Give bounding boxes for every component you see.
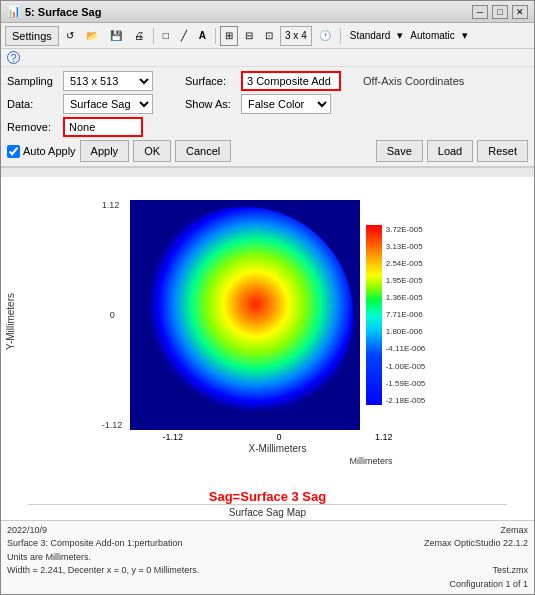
- chart-area: Y-Millimeters 1.12 0 -1.12: [1, 177, 534, 520]
- copy-button[interactable]: ⊡: [260, 26, 278, 46]
- automatic-dropdown[interactable]: Automatic: [405, 26, 459, 46]
- restore-button[interactable]: □: [492, 5, 508, 19]
- plot-area: 1.12 0 -1.12: [130, 200, 360, 430]
- surface-label: Surface:: [185, 75, 235, 87]
- cb-val-3: 1.95E-005: [386, 276, 426, 285]
- close-button[interactable]: ✕: [512, 5, 528, 19]
- help-icon[interactable]: ?: [7, 51, 20, 64]
- colorbar-unit: Millimeters: [163, 456, 393, 466]
- auto-apply-checkbox[interactable]: [7, 145, 20, 158]
- settings-button[interactable]: Settings: [5, 26, 59, 46]
- y-tick-bot: -1.12: [102, 420, 123, 430]
- cb-val-7: -4.11E-006: [386, 344, 426, 353]
- surface-value[interactable]: 3 Composite Add: [241, 71, 341, 91]
- cb-val-10: -2.18E-005: [386, 396, 426, 405]
- horizontal-scrollbar[interactable]: [1, 167, 534, 177]
- buttons-row: Auto Apply Apply OK Cancel Save Load Res…: [7, 140, 528, 162]
- footer-right5: Configuration 1 of 1: [424, 578, 528, 592]
- info-footer: 2022/10/9 Surface 3: Composite Add-on 1:…: [1, 520, 534, 595]
- off-axis-label: Off-Axis Coordinates: [363, 75, 464, 87]
- separator-1: [153, 28, 154, 44]
- footer-line3: Units are Millimeters.: [7, 551, 414, 565]
- minimize-button[interactable]: ─: [472, 5, 488, 19]
- separator-3: [340, 28, 341, 44]
- export-button[interactable]: ⊟: [240, 26, 258, 46]
- map-title: Surface Sag Map: [28, 504, 508, 518]
- plot-svg: [130, 200, 360, 430]
- cb-val-1: 3.13E-005: [386, 242, 426, 251]
- info-left: 2022/10/9 Surface 3: Composite Add-on 1:…: [7, 524, 414, 592]
- cb-val-4: 1.36E-005: [386, 293, 426, 302]
- auto-apply-label: Auto Apply: [7, 145, 76, 158]
- rect-tool[interactable]: □: [158, 26, 174, 46]
- text-tool[interactable]: A: [194, 26, 211, 46]
- reset-button[interactable]: Reset: [477, 140, 528, 162]
- load-button[interactable]: Load: [427, 140, 473, 162]
- row-remove: Remove: None: [7, 117, 528, 137]
- colorbar-gradient: [366, 225, 382, 405]
- footer-right1: Zemax: [424, 524, 528, 538]
- row-data: Data: Surface Sag Show As: False Color: [7, 94, 528, 114]
- sampling-label: Sampling: [7, 75, 57, 87]
- grid-size-button[interactable]: 3 x 4: [280, 26, 312, 46]
- save-toolbar-button[interactable]: 💾: [105, 26, 127, 46]
- line-tool[interactable]: ╱: [176, 26, 192, 46]
- x-tick-right: 1.12: [375, 432, 393, 442]
- title-bar-left: 📊 5: Surface Sag: [7, 5, 101, 18]
- cancel-button[interactable]: Cancel: [175, 140, 231, 162]
- cb-val-0: 3.72E-005: [386, 225, 426, 234]
- ok-button[interactable]: OK: [133, 140, 171, 162]
- svg-point-2: [137, 207, 353, 423]
- clock-button[interactable]: 🕐: [314, 26, 336, 46]
- y-tick-top: 1.12: [102, 200, 120, 210]
- y-axis-label: Y-Millimeters: [5, 293, 16, 350]
- colorbar-container: 3.72E-005 3.13E-005 2.54E-005 1.95E-005 …: [366, 225, 426, 405]
- refresh-button[interactable]: ↺: [61, 26, 79, 46]
- y-tick-mid: 0: [110, 310, 115, 320]
- info-right: Zemax Zemax OpticStudio 22.1.2 Test.zmx …: [424, 524, 528, 592]
- footer-line1: 2022/10/9: [7, 524, 414, 538]
- chart-inner: 1.12 0 -1.12: [130, 200, 426, 466]
- x-tick-left: -1.12: [163, 432, 184, 442]
- chart-container: Y-Millimeters 1.12 0 -1.12: [1, 181, 534, 485]
- row-sampling: Sampling 513 x 513 Surface: 3 Composite …: [7, 71, 528, 91]
- dropdown-arrow-auto: ▾: [462, 29, 468, 42]
- remove-label: Remove:: [7, 121, 57, 133]
- grid-view-button[interactable]: ⊞: [220, 26, 238, 46]
- cb-val-9: -1.59E-005: [386, 379, 426, 388]
- title-bar-right: ─ □ ✕: [472, 5, 528, 19]
- separator-2: [215, 28, 216, 44]
- sag-title: Sag=Surface 3 Sag: [209, 489, 326, 504]
- x-ticks-row: -1.12 0 1.12: [163, 432, 393, 442]
- window-icon: 📊: [7, 5, 21, 18]
- toolbar: Settings ↺ 📂 💾 🖨 □ ╱ A ⊞ ⊟ ⊡ 3 x 4 🕐 Sta…: [1, 23, 534, 49]
- right-buttons: Save Load Reset: [376, 140, 528, 162]
- show-as-label: Show As:: [185, 98, 235, 110]
- save-button[interactable]: Save: [376, 140, 423, 162]
- cb-val-2: 2.54E-005: [386, 259, 426, 268]
- footer-right2: Zemax OpticStudio 22.1.2: [424, 537, 528, 551]
- apply-button[interactable]: Apply: [80, 140, 130, 162]
- colorbar-labels: 3.72E-005 3.13E-005 2.54E-005 1.95E-005 …: [386, 225, 426, 405]
- remove-value[interactable]: None: [63, 117, 143, 137]
- footer-right3: [424, 551, 528, 565]
- standard-dropdown[interactable]: Standard: [345, 26, 396, 46]
- sampling-select[interactable]: 513 x 513: [63, 71, 153, 91]
- cb-val-6: 1.80E-006: [386, 327, 426, 336]
- x-tick-mid: 0: [276, 432, 281, 442]
- open-button[interactable]: 📂: [81, 26, 103, 46]
- help-row: ?: [1, 49, 534, 67]
- data-label: Data:: [7, 98, 57, 110]
- x-axis-label: X-Millimeters: [249, 443, 307, 454]
- title-bar: 📊 5: Surface Sag ─ □ ✕: [1, 1, 534, 23]
- controls-area: Sampling 513 x 513 Surface: 3 Composite …: [1, 67, 534, 167]
- dropdown-arrow-standard: ▾: [397, 29, 403, 42]
- data-select[interactable]: Surface Sag: [63, 94, 153, 114]
- print-button[interactable]: 🖨: [129, 26, 149, 46]
- chart-with-colorbar: 1.12 0 -1.12: [130, 200, 426, 430]
- show-as-select[interactable]: False Color: [241, 94, 331, 114]
- window-title: 5: Surface Sag: [25, 6, 101, 18]
- footer-line4: Width = 2.241, Decenter x = 0, y = 0 Mil…: [7, 564, 414, 578]
- cb-val-8: -1.00E-005: [386, 362, 426, 371]
- footer-line2: Surface 3: Composite Add-on 1:perturbati…: [7, 537, 414, 551]
